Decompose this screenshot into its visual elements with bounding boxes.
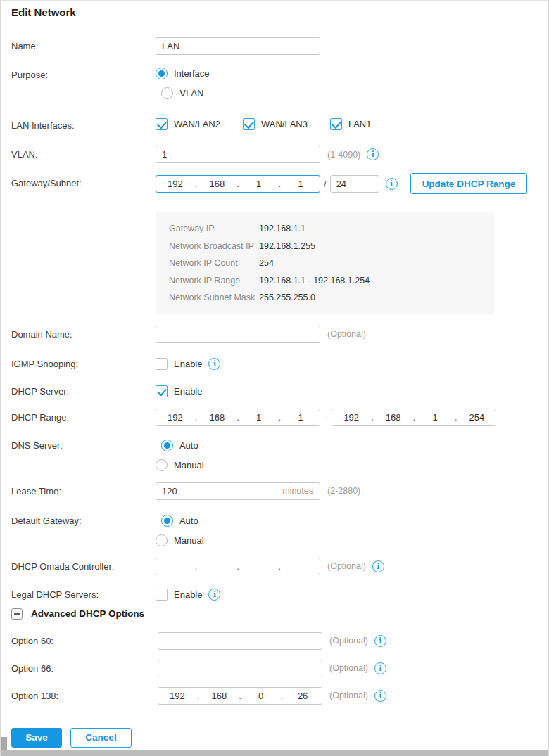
checkbox-icon[interactable] bbox=[156, 118, 168, 130]
collapse-minus-icon[interactable] bbox=[11, 608, 23, 620]
radio-icon[interactable] bbox=[161, 515, 173, 527]
summary-value: 192.168.1.255 bbox=[259, 238, 315, 255]
checkbox-lan1[interactable]: LAN1 bbox=[330, 117, 372, 131]
vertical-scrollbar-stub[interactable] bbox=[1, 737, 7, 750]
omada-controller-ip-input[interactable]: ... bbox=[156, 558, 320, 575]
checkbox-wan-lan3[interactable]: WAN/LAN3 bbox=[243, 117, 308, 131]
ip-octet[interactable]: 168 bbox=[198, 412, 236, 423]
option-66-input[interactable] bbox=[158, 660, 322, 677]
dhcp-server-enable-checkbox[interactable]: Enable bbox=[156, 385, 202, 399]
ip-octet[interactable]: 1 bbox=[282, 412, 320, 423]
option-60-row: Option 60: (Optional) i bbox=[11, 632, 538, 650]
summary-value: 192.168.1.1 bbox=[259, 220, 305, 238]
checkbox-label: WAN/LAN2 bbox=[174, 119, 220, 129]
purpose-option-interface[interactable]: Interface bbox=[156, 66, 210, 80]
ip-octet[interactable]: 1 bbox=[416, 412, 454, 423]
ip-octet[interactable]: 192 bbox=[332, 412, 370, 423]
checkbox-icon[interactable] bbox=[243, 118, 255, 130]
summary-value: 255.255.255.0 bbox=[259, 289, 315, 307]
save-button[interactable]: Save bbox=[11, 728, 62, 748]
checkbox-label: WAN/LAN3 bbox=[261, 119, 308, 129]
default-gateway-option-manual[interactable]: Manual bbox=[156, 534, 204, 548]
checkbox-icon[interactable] bbox=[330, 118, 342, 130]
purpose-option-vlan[interactable]: VLAN bbox=[161, 86, 203, 100]
cancel-button[interactable]: Cancel bbox=[70, 728, 132, 748]
ip-octet[interactable]: 168 bbox=[200, 691, 238, 701]
checkbox-icon[interactable] bbox=[156, 589, 168, 601]
range-dash: - bbox=[320, 412, 332, 423]
radio-icon[interactable] bbox=[156, 534, 168, 546]
ip-octet[interactable]: 0 bbox=[242, 691, 280, 701]
domain-name-label: Domain Name: bbox=[11, 326, 156, 343]
ip-octet[interactable]: 192 bbox=[156, 412, 194, 423]
ip-octet[interactable]: 1 bbox=[282, 179, 320, 189]
default-gateway-row: Default Gateway: Auto Manual bbox=[11, 514, 538, 548]
checkbox-label: LAN1 bbox=[348, 119, 372, 129]
summary-value: 192.168.1.1 - 192.168.1.254 bbox=[259, 272, 370, 290]
option-60-label: Option 60: bbox=[11, 632, 156, 650]
ip-octet[interactable]: 192 bbox=[156, 179, 194, 189]
vlan-input[interactable] bbox=[156, 146, 320, 163]
vlan-label: VLAN: bbox=[11, 146, 156, 163]
info-icon[interactable]: i bbox=[208, 358, 220, 370]
dhcp-server-row: DHCP Server: Enable bbox=[11, 385, 538, 399]
ip-octet[interactable]: 1 bbox=[240, 412, 278, 423]
info-icon[interactable]: i bbox=[372, 560, 384, 572]
option-60-input[interactable] bbox=[158, 632, 322, 650]
advanced-dhcp-options-header[interactable]: Advanced DHCP Options bbox=[11, 608, 538, 620]
igmp-enable-checkbox[interactable]: Enable bbox=[156, 357, 202, 371]
dns-option-auto[interactable]: Auto bbox=[161, 439, 198, 453]
radio-icon[interactable] bbox=[161, 440, 173, 451]
radio-icon[interactable] bbox=[156, 68, 168, 79]
purpose-label: Purpose: bbox=[11, 66, 156, 84]
radio-icon[interactable] bbox=[161, 87, 173, 99]
domain-name-input[interactable] bbox=[156, 326, 320, 343]
legal-dhcp-enable-checkbox[interactable]: Enable bbox=[156, 588, 202, 602]
dhcp-range-end-input[interactable]: 192.168.1.254 bbox=[332, 409, 496, 426]
ip-octet[interactable]: 1 bbox=[240, 179, 278, 189]
default-gateway-radio-group: Auto Manual bbox=[156, 514, 204, 548]
radio-icon[interactable] bbox=[156, 459, 168, 471]
info-icon[interactable]: i bbox=[374, 662, 386, 674]
info-icon[interactable]: i bbox=[367, 148, 379, 160]
gateway-ip-input[interactable]: 192.168.1.1 bbox=[156, 175, 320, 193]
name-input[interactable] bbox=[156, 37, 320, 55]
checkbox-icon[interactable] bbox=[156, 358, 168, 370]
name-row: Name: bbox=[11, 37, 538, 55]
summary-row: Gateway IP 192.168.1.1 bbox=[169, 220, 481, 238]
info-icon[interactable]: i bbox=[208, 589, 220, 601]
dns-option-manual[interactable]: Manual bbox=[156, 459, 204, 473]
radio-label: Manual bbox=[174, 460, 204, 470]
default-gateway-option-auto[interactable]: Auto bbox=[161, 514, 198, 528]
lease-time-hint: (2-2880) bbox=[327, 486, 360, 496]
option-66-label: Option 66: bbox=[11, 660, 156, 677]
horizontal-scrollbar[interactable] bbox=[1, 750, 548, 756]
ip-octet[interactable]: 26 bbox=[284, 691, 322, 701]
lan-interfaces-label: LAN Interfaces: bbox=[11, 117, 156, 134]
ip-octet[interactable]: 254 bbox=[458, 412, 496, 423]
ip-dot: . bbox=[278, 561, 282, 572]
radio-label: Manual bbox=[174, 535, 204, 546]
info-icon[interactable]: i bbox=[386, 178, 398, 190]
ip-octet[interactable]: 168 bbox=[374, 412, 412, 423]
checkbox-label: Enable bbox=[174, 386, 202, 397]
checkbox-label: Enable bbox=[174, 589, 202, 600]
ip-octet[interactable]: 192 bbox=[158, 691, 196, 701]
dhcp-range-start-input[interactable]: 192.168.1.1 bbox=[156, 409, 320, 426]
omada-controller-hint: (Optional) bbox=[327, 561, 366, 571]
checkbox-icon[interactable] bbox=[156, 385, 168, 397]
subnet-prefix-input[interactable] bbox=[330, 175, 379, 193]
lease-time-label: Lease Time: bbox=[11, 482, 156, 500]
update-dhcp-range-button[interactable]: Update DHCP Range bbox=[410, 173, 528, 194]
checkbox-label: Enable bbox=[174, 359, 202, 369]
option-138-ip-input[interactable]: 192.168.0.26 bbox=[158, 687, 322, 705]
summary-row: Network Broadcast IP 192.168.1.255 bbox=[169, 238, 481, 255]
dns-server-label: DNS Server: bbox=[11, 439, 156, 453]
ip-octet[interactable]: 168 bbox=[198, 179, 236, 189]
summary-row: Network Subnet Mask 255.255.255.0 bbox=[169, 289, 481, 307]
lease-time-unit: minutes bbox=[282, 482, 313, 500]
info-icon[interactable]: i bbox=[374, 635, 386, 647]
info-icon[interactable]: i bbox=[374, 690, 386, 702]
checkbox-wan-lan2[interactable]: WAN/LAN2 bbox=[156, 117, 220, 131]
radio-label: Interface bbox=[174, 68, 210, 79]
